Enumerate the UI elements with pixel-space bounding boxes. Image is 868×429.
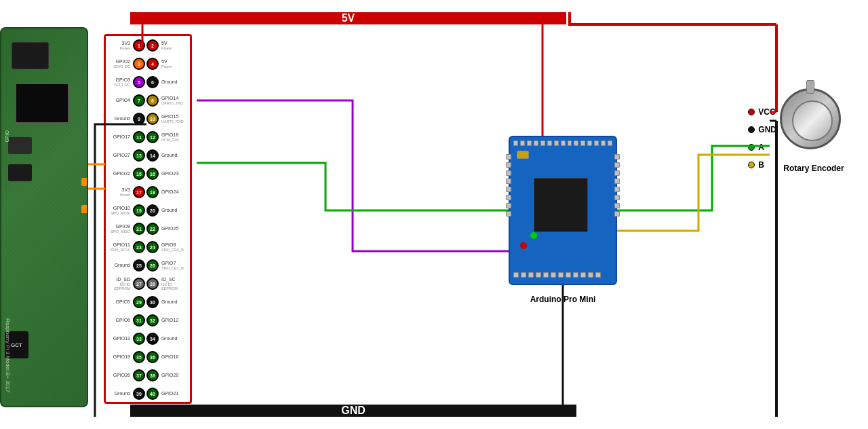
arduino-pins-bottom: [513, 272, 612, 280]
gpio-board-label: GPIO: [5, 130, 9, 143]
gpio-row-9: 3V3Power1718GPIO24: [105, 184, 186, 200]
gpio-right-label-6: GPIO18PCM_CLK: [159, 132, 186, 142]
gpio-pin-3: 3: [133, 58, 145, 70]
gpio-left-label-12: GPIO11SPI0_SCLK: [105, 242, 132, 252]
a-text: A: [758, 143, 764, 152]
gpio-pin-8: 8: [146, 94, 159, 107]
gpio-left-label-18: GPIO19: [105, 354, 132, 360]
gpio-row-10: GPIO10SPI0_MOSI1920Ground: [105, 202, 186, 219]
gpio-right-label-4: GPIO14UART0_TXD: [159, 96, 186, 105]
gpio-pin-37: 37: [133, 369, 145, 381]
gpio-pin-1: 1: [133, 39, 145, 52]
gpio-right-label-19: GPIO20: [159, 373, 186, 378]
gpio-left-label-14: ID_SDI2C ID EEPROM: [105, 277, 132, 291]
gpio-pin-16: 16: [146, 168, 159, 180]
gpio-right-label-7: Ground: [159, 153, 186, 158]
gpio-pin-40: 40: [146, 388, 159, 400]
gpio-right-label-2: 5VPower: [159, 59, 186, 69]
gpio-pin-34: 34: [146, 333, 159, 345]
gpio-pin-29: 29: [133, 296, 145, 308]
arduino-label: Arduino Pro Mini: [530, 295, 596, 304]
gpio-pin-24: 24: [146, 241, 159, 253]
gpio-pin-6: 6: [146, 76, 159, 88]
gpio-right-label-20: GPIO21: [159, 391, 186, 396]
gpio-pin-22: 22: [146, 223, 159, 235]
gpio-right-label-18: GPIO16: [159, 354, 186, 360]
gpio-left-label-13: Ground: [105, 263, 132, 268]
gpio-left-label-17: GPIO13: [105, 336, 132, 341]
gpio-left-label-10: GPIO10SPI0_MOSI: [105, 206, 132, 215]
gpio-pin-25: 25: [133, 259, 145, 272]
gpio-pin-7: 7: [133, 94, 145, 107]
orange-connector-2: [81, 205, 88, 213]
gpio-right-label-14: ID_SCI2C ID EEPROM: [159, 277, 186, 291]
encoder-wire-labels: VCC GND A B: [748, 107, 776, 178]
gpio-left-label-7: GPIO27: [105, 153, 132, 158]
gpio-left-label-1: 3V3Power: [105, 41, 132, 50]
gpio-row-19: GPIO263738GPIO20: [105, 367, 186, 384]
gpio-row-2: GPIO2SDA1 I2C345VPower: [105, 56, 186, 72]
5v-label: 5V: [342, 12, 355, 24]
gpio-right-label-9: GPIO24: [159, 189, 186, 195]
gpio-left-label-6: GPIO17: [105, 134, 132, 140]
vcc-dot: [748, 109, 755, 115]
gpio-right-label-5: GPIO15UART0_RXD: [159, 114, 186, 124]
gpio-row-7: GPIO271314Ground: [105, 147, 186, 164]
gpio-left-label-5: Ground: [105, 116, 132, 122]
gpio-right-label-11: GPIO25: [159, 226, 186, 231]
gnd-dot: [748, 126, 755, 133]
encoder-vcc-label: VCC: [748, 107, 776, 117]
gpio-row-3: GPIO3SCL1 I2C56Ground: [105, 74, 186, 90]
gpio-right-label-12: GPIO8SPI0_CE0_N: [159, 242, 186, 252]
gpio-row-14: ID_SDI2C ID EEPROM2728ID_SCI2C ID EEPROM: [105, 276, 186, 292]
gnd-text: GND: [758, 125, 776, 134]
rpi-board-label: Raspberry Pi 3 Model B+ 2017: [5, 318, 11, 392]
encoder-gnd-label: GND: [748, 125, 776, 134]
encoder-disc: [780, 88, 841, 149]
gpio-row-1: 3V3Power125VPower: [105, 37, 186, 54]
gpio-pin-15: 15: [133, 168, 145, 180]
gpio-pin-36: 36: [146, 351, 159, 363]
gpio-right-label-16: GPIO12: [159, 318, 186, 323]
gpio-pin-23: 23: [133, 241, 145, 253]
orange-connector-1: [81, 178, 88, 186]
gpio-pin-11: 11: [133, 131, 145, 143]
gpio-pin-35: 35: [133, 351, 145, 363]
gpio-row-6: GPIO171112GPIO18PCM_CLK: [105, 129, 186, 145]
gpio-right-label-8: GPIO23: [159, 171, 186, 176]
encoder-a-label: A: [748, 143, 776, 152]
arduino-led-green: [530, 232, 537, 239]
gpio-pin-14: 14: [146, 149, 159, 162]
raspberry-pi-board: GPIO GCT Raspberry Pi 3 Model B+ 2017: [0, 27, 88, 407]
gpio-right-label-10: Ground: [159, 208, 186, 213]
vcc-text: VCC: [758, 107, 775, 117]
gpio-pin-18: 18: [146, 186, 159, 198]
gpio-pin-10: 10: [146, 113, 159, 125]
a-dot: [748, 144, 755, 151]
gpio-row-8: GPIO221516GPIO23: [105, 166, 186, 182]
gnd-label: GND: [341, 405, 366, 417]
arduino-right-pins: [614, 154, 620, 217]
arduino-main-chip: [534, 178, 588, 232]
gpio-right-label-15: Ground: [159, 299, 186, 305]
gpio-pin-28: 28: [146, 278, 159, 290]
gpio-pin-39: 39: [133, 388, 145, 400]
gpio-pin-21: 21: [133, 223, 145, 235]
gpio-pin-9: 9: [133, 113, 145, 125]
gpio-right-label-17: Ground: [159, 336, 186, 341]
gpio-left-label-3: GPIO3SCL1 I2C: [105, 77, 132, 87]
gpio-row-11: GPIO9SPI0_MISO2122GPIO25: [105, 221, 186, 237]
gpio-left-label-4: GPIO4: [105, 98, 132, 103]
gpio-pin-26: 26: [146, 259, 159, 272]
arduino-board: Arduino Pro Mini: [509, 136, 617, 285]
arduino-crystal: [517, 151, 529, 159]
wire-gpio-a-arduino: [197, 163, 509, 210]
gpio-pin-17: 17: [133, 186, 145, 198]
arduino-left-pins: [506, 154, 511, 217]
gpio-right-label-1: 5VPower: [159, 41, 186, 50]
rotary-encoder-body: Rotary Encoder: [780, 88, 848, 156]
gpio-pin-38: 38: [146, 369, 159, 381]
gpio-pin-5: 5: [133, 76, 145, 88]
gpio-row-16: GPIO63132GPIO12: [105, 312, 186, 329]
gpio-right-label-13: GPIO7SPI0_CE1_N: [159, 261, 186, 270]
